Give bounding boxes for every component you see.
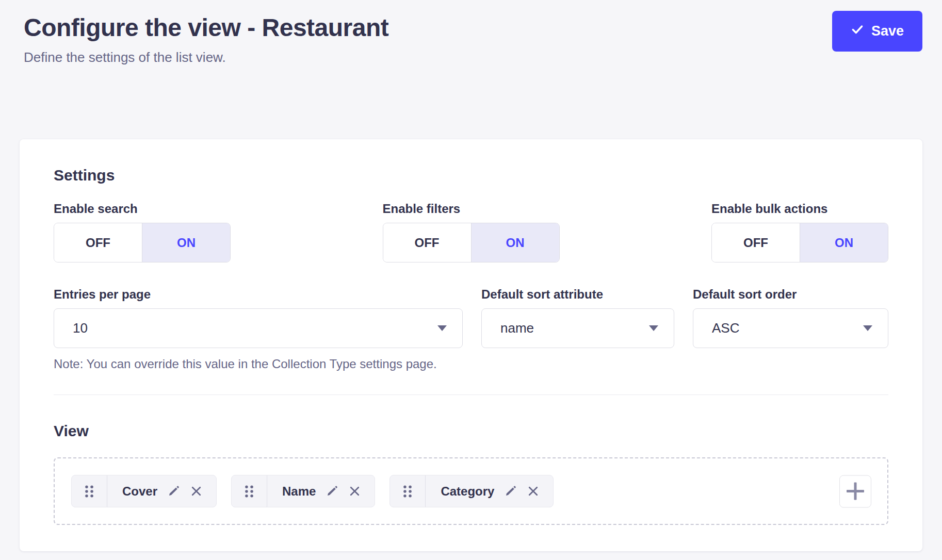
chevron-down-icon — [437, 325, 447, 331]
pencil-icon — [167, 485, 180, 498]
view-section-heading: View — [54, 422, 888, 440]
chip-body: Cover — [107, 475, 216, 507]
enable-search-label: Enable search — [54, 201, 231, 217]
edit-field-button[interactable] — [326, 485, 338, 498]
close-icon — [348, 485, 361, 498]
settings-card: Settings Enable search OFF ON Enable fil… — [20, 139, 922, 551]
add-field-button[interactable] — [839, 475, 871, 507]
remove-field-button[interactable] — [190, 485, 203, 498]
enable-filters-on-option[interactable]: ON — [471, 223, 559, 262]
enable-bulk-actions-label: Enable bulk actions — [711, 201, 888, 217]
field-chip-label: Category — [441, 485, 494, 498]
settings-section-heading: Settings — [54, 166, 888, 185]
enable-bulk-actions-on-option[interactable]: ON — [800, 223, 888, 262]
section-divider — [54, 394, 888, 395]
enable-search-on-option[interactable]: ON — [142, 223, 230, 262]
field-dropzone: Cover Name — [54, 457, 888, 525]
default-sort-order-label: Default sort order — [693, 287, 888, 302]
drag-handle-icon[interactable] — [72, 475, 107, 507]
chevron-down-icon — [863, 325, 872, 331]
save-button[interactable]: Save — [832, 11, 922, 52]
toggle-group-enable-bulk-actions: Enable bulk actions OFF ON — [711, 201, 888, 262]
drag-handle-icon[interactable] — [232, 475, 267, 507]
plus-icon — [846, 482, 865, 501]
page-header: Configure the view - Restaurant Define t… — [0, 0, 942, 66]
chevron-down-icon — [649, 325, 658, 331]
entries-per-page-value: 10 — [73, 320, 88, 336]
default-sort-order-value: ASC — [712, 320, 739, 336]
entries-per-page-field: Entries per page 10 Note: You can overri… — [54, 287, 463, 372]
edit-field-button[interactable] — [504, 485, 517, 498]
chip-body: Name — [267, 475, 375, 507]
default-sort-attribute-field: Default sort attribute name — [481, 287, 674, 372]
save-button-label: Save — [871, 23, 904, 39]
field-chip-category[interactable]: Category — [389, 475, 554, 507]
default-sort-attribute-value: name — [500, 320, 534, 336]
pencil-icon — [504, 485, 517, 498]
enable-search-toggle: OFF ON — [54, 223, 231, 262]
selects-row: Entries per page 10 Note: You can overri… — [54, 287, 888, 372]
field-chip-list: Cover Name — [71, 475, 554, 507]
enable-search-off-option[interactable]: OFF — [54, 223, 142, 262]
field-chip-label: Name — [282, 485, 316, 498]
page-subtitle: Define the settings of the list view. — [24, 48, 922, 66]
enable-bulk-actions-off-option[interactable]: OFF — [712, 223, 800, 262]
edit-field-button[interactable] — [167, 485, 180, 498]
default-sort-order-field: Default sort order ASC — [693, 287, 888, 372]
configure-view-page: Configure the view - Restaurant Define t… — [0, 0, 942, 560]
chip-body: Category — [426, 475, 553, 507]
default-sort-attribute-select[interactable]: name — [481, 308, 674, 348]
check-icon — [851, 23, 864, 40]
entries-per-page-note: Note: You can override this value in the… — [54, 356, 463, 372]
toggle-group-enable-search: Enable search OFF ON — [54, 201, 231, 262]
page-title: Configure the view - Restaurant — [24, 12, 922, 43]
toggle-group-enable-filters: Enable filters OFF ON — [383, 201, 560, 262]
entries-per-page-select[interactable]: 10 — [54, 308, 463, 348]
default-sort-order-select[interactable]: ASC — [693, 308, 888, 348]
close-icon — [527, 485, 540, 498]
remove-field-button[interactable] — [348, 485, 361, 498]
field-chip-label: Cover — [122, 485, 157, 498]
close-icon — [190, 485, 203, 498]
drag-handle-icon[interactable] — [390, 475, 426, 507]
enable-filters-label: Enable filters — [383, 201, 560, 217]
enable-filters-toggle: OFF ON — [383, 223, 560, 262]
field-chip-name[interactable]: Name — [231, 475, 375, 507]
enable-bulk-actions-toggle: OFF ON — [711, 223, 888, 262]
default-sort-attribute-label: Default sort attribute — [481, 287, 674, 302]
enable-filters-off-option[interactable]: OFF — [383, 223, 471, 262]
field-chip-cover[interactable]: Cover — [71, 475, 217, 507]
remove-field-button[interactable] — [527, 485, 540, 498]
toggle-row: Enable search OFF ON Enable filters OFF … — [54, 201, 888, 262]
pencil-icon — [326, 485, 338, 498]
entries-per-page-label: Entries per page — [54, 287, 463, 302]
